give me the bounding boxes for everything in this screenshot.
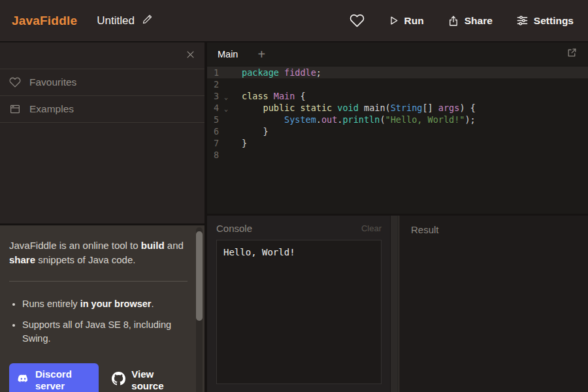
feature-list: Runs entirely in your browser.Supports a… (9, 297, 184, 346)
main-area: FavouritesExamples JavaFiddle is an onli… (0, 42, 588, 392)
add-tab-button[interactable]: + (257, 48, 265, 61)
document-title[interactable]: Untitled (97, 14, 135, 27)
javafiddle-app: JavaFiddle Untitled Run (0, 0, 588, 392)
play-icon (388, 15, 399, 26)
line-number: 7 (214, 138, 224, 148)
top-actions: Run Share Settings (350, 13, 574, 28)
drawer-header (0, 42, 204, 69)
code-lines[interactable]: 1package fiddle;23⌄class Main {4⌄ public… (207, 65, 588, 214)
share-button[interactable]: Share (448, 15, 493, 27)
top-bar: JavaFiddle Untitled Run (0, 0, 588, 42)
github-icon (112, 372, 125, 389)
feature-item: Runs entirely in your browser. (22, 297, 184, 311)
code-line[interactable]: 5 System.out.println("Hello, World!"); (207, 114, 588, 125)
divider (9, 281, 188, 282)
scrollbar-thumb[interactable] (196, 231, 203, 321)
line-number: 5 (214, 114, 224, 125)
code-text: } (242, 138, 247, 148)
sidebar-item-favourites[interactable]: Favourites (0, 69, 204, 96)
code-line[interactable]: 1package fiddle; (207, 67, 588, 78)
sidebar-item-label: Examples (29, 103, 74, 115)
archive-icon (9, 103, 21, 115)
code-line[interactable]: 6 } (207, 125, 588, 137)
console-header: Console Clear (216, 223, 382, 234)
heart-icon (9, 76, 21, 88)
info-panel: JavaFiddle is an online tool to build an… (0, 225, 204, 392)
fold-spacer (224, 72, 235, 74)
view-source-button[interactable]: View source (112, 368, 188, 392)
console-panel: Console Clear Hello, World! (207, 216, 390, 392)
console-title: Console (216, 223, 252, 234)
fold-chevron-icon[interactable]: ⌄ (224, 104, 235, 112)
left-panel: FavouritesExamples JavaFiddle is an onli… (0, 42, 207, 392)
code-text: System.out.println("Hello, World!"); (242, 114, 476, 125)
right-panel: Main + 1package fiddle;23⌄class Main {4⌄… (207, 42, 588, 392)
info-buttons: Discord server View source (9, 363, 188, 392)
line-number: 4 (214, 103, 224, 113)
settings-label: Settings (534, 15, 574, 27)
line-number: 1 (214, 67, 224, 78)
close-icon (186, 50, 195, 62)
fold-spacer (224, 142, 235, 144)
code-line[interactable]: 4⌄ public static void main(String[] args… (207, 102, 588, 114)
sidebar-item-examples[interactable]: Examples (0, 96, 204, 123)
settings-button[interactable]: Settings (516, 14, 574, 27)
editor-tab-bar: Main + (207, 42, 588, 65)
sliders-icon (516, 14, 529, 27)
code-text: } (242, 126, 269, 137)
code-line[interactable]: 8 (207, 149, 588, 161)
intro-text: JavaFiddle is an online tool to build an… (9, 238, 184, 267)
code-text: class Main { (242, 91, 306, 101)
code-editor: Main + 1package fiddle;23⌄class Main {4⌄… (207, 42, 588, 216)
drawer-items: FavouritesExamples (0, 69, 204, 123)
discord-button-label: Discord server (35, 368, 92, 392)
code-text: package fiddle; (242, 67, 321, 78)
fold-chevron-icon[interactable]: ⌄ (224, 92, 235, 101)
fold-spacer (224, 131, 235, 133)
heart-icon (350, 13, 365, 28)
pencil-icon (142, 14, 153, 27)
run-button[interactable]: Run (388, 15, 424, 27)
line-number: 8 (214, 150, 224, 160)
code-text: public static void main(String[] args) { (242, 103, 476, 113)
code-line[interactable]: 2 (207, 78, 588, 90)
fold-spacer (224, 84, 235, 86)
tab-main[interactable]: Main (218, 49, 238, 59)
code-line[interactable]: 3⌄class Main { (207, 90, 588, 102)
share-label: Share (465, 15, 493, 27)
close-drawer-button[interactable] (184, 48, 197, 63)
open-in-new-button[interactable] (566, 47, 578, 61)
sidebar-item-label: Favourites (29, 76, 76, 88)
result-panel: Result (399, 216, 588, 392)
line-number: 3 (214, 91, 224, 101)
share-icon (448, 15, 459, 27)
panel-splitter[interactable] (390, 216, 399, 392)
run-label: Run (404, 15, 424, 27)
rename-button[interactable] (142, 14, 153, 27)
brand-logo: JavaFiddle (12, 14, 77, 28)
drawer-panel: FavouritesExamples (0, 42, 204, 225)
result-title: Result (411, 224, 439, 235)
fold-spacer (224, 154, 235, 156)
discord-icon (17, 372, 29, 388)
feature-item: Supports all of Java SE 8, including Swi… (22, 318, 184, 346)
external-link-icon (566, 47, 578, 61)
fold-spacer (224, 119, 235, 121)
line-number: 6 (214, 126, 224, 137)
console-output: Hello, World! (216, 240, 382, 384)
line-number: 2 (214, 79, 224, 90)
discord-server-button[interactable]: Discord server (9, 363, 99, 392)
favourite-button[interactable] (350, 13, 365, 28)
output-area: Console Clear Hello, World! Result (207, 216, 588, 392)
code-line[interactable]: 7} (207, 137, 588, 149)
scrollbar-track[interactable] (196, 227, 203, 392)
clear-console-button[interactable]: Clear (361, 223, 382, 233)
view-source-label: View source (131, 368, 188, 392)
